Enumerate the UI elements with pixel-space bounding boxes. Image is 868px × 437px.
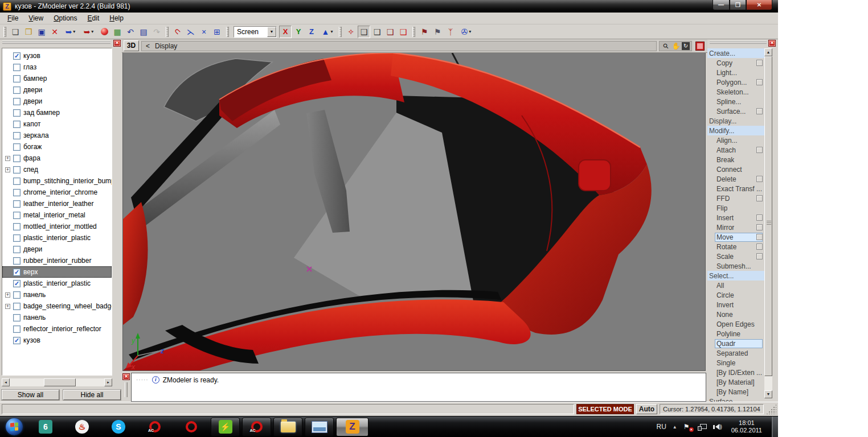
tree-item[interactable]: глаз (2, 61, 112, 73)
material-sphere-icon[interactable] (98, 26, 110, 38)
command-copy[interactable]: Copy (707, 58, 764, 68)
menu-item-edit[interactable]: Edit (83, 13, 105, 23)
command-by-material[interactable]: [By Material] (707, 377, 764, 387)
command-skeleton[interactable]: Skeleton... (707, 87, 764, 97)
clock[interactable]: 18:01 06.02.2011 (731, 419, 762, 434)
start-button[interactable] (6, 418, 23, 435)
breadcrumb[interactable]: < Display (141, 41, 657, 51)
visibility-checkbox[interactable] (13, 200, 21, 208)
action-center-flag-icon[interactable]: ⚑✕ (683, 423, 691, 431)
auto-button[interactable]: Auto (636, 404, 657, 414)
tree-item[interactable]: зад бампер (2, 107, 112, 118)
tray-expand-icon[interactable]: ▲ (673, 424, 677, 430)
command-checkbox[interactable] (756, 108, 763, 114)
visibility-checkbox[interactable] (13, 132, 21, 139)
restore-button[interactable]: ❐ (730, 0, 746, 10)
zmodeler-task-icon-button[interactable]: Z (336, 418, 369, 436)
visibility-checkbox[interactable] (13, 166, 21, 174)
cube-object-icon[interactable]: ❑ (397, 26, 410, 38)
visibility-checkbox[interactable] (13, 325, 21, 333)
axis-y-button[interactable]: Y (292, 26, 305, 38)
message-panel-grip[interactable] (125, 382, 128, 397)
visibility-checkbox[interactable] (13, 98, 21, 105)
minimize-button[interactable]: — (713, 0, 730, 10)
visibility-checkbox[interactable] (13, 178, 21, 185)
expand-icon[interactable]: + (5, 292, 10, 298)
command-quadr[interactable]: Quadr (707, 339, 764, 348)
redo-icon[interactable]: ↷ (150, 26, 163, 38)
command-surface[interactable]: Surface... (707, 106, 764, 116)
orbit-icon[interactable]: ↻ (682, 42, 690, 50)
vertex-edit-icon[interactable]: ✧ (345, 26, 357, 38)
command-checkbox[interactable] (756, 215, 763, 221)
volume-icon[interactable]: )) (713, 424, 722, 430)
qip-icon-button[interactable]: ⚡ (211, 418, 240, 436)
command-light[interactable]: Light... (707, 68, 764, 77)
command-checkbox[interactable] (756, 79, 763, 85)
tree-item[interactable]: metal_interior_metal (2, 209, 112, 221)
menu-item-view[interactable]: View (23, 13, 48, 23)
zmodeler-task-icon[interactable]: Z (346, 420, 359, 434)
dropdown-arrow-icon[interactable]: ▾ (469, 29, 471, 34)
command-separated[interactable]: Separated (707, 348, 764, 358)
command-mirror[interactable]: Mirror (707, 222, 764, 232)
view-3d-button[interactable]: 3D (124, 40, 139, 51)
cube-faces-icon[interactable]: ❑ (384, 26, 396, 38)
icq-icon[interactable]: 6 (39, 420, 52, 434)
visibility-checkbox[interactable]: ✓ (13, 269, 21, 276)
pan-icon[interactable]: ✋ (672, 42, 681, 50)
hide-all-button[interactable]: Hide all (63, 390, 121, 400)
dropdown-arrow-icon[interactable]: ▾ (330, 29, 333, 34)
command-rotate[interactable]: Rotate (707, 242, 764, 252)
import-icon[interactable]: ➥▾ (62, 26, 79, 38)
command-delete[interactable]: Delete (707, 174, 764, 184)
expand-icon[interactable]: + (5, 167, 10, 172)
show-all-button[interactable]: Show all (2, 390, 59, 400)
dropdown-arrow-icon[interactable]: ▼ (267, 27, 276, 37)
tree-item[interactable]: leather_interior_leather (2, 198, 112, 209)
viewport-maximize-button[interactable] (696, 42, 704, 50)
qip-icon[interactable]: ⚡ (219, 420, 232, 434)
dropdown-arrow-icon[interactable]: ▾ (91, 29, 93, 34)
command-by-id-exten[interactable]: [By ID/Exten ... (707, 368, 764, 377)
tree-item[interactable]: ✓кузов (2, 50, 112, 61)
visibility-checkbox[interactable] (13, 64, 21, 71)
visibility-checkbox[interactable] (13, 121, 21, 128)
command-display[interactable]: Display... (707, 116, 764, 126)
tree-item[interactable]: chrome_interior_chrome (2, 187, 112, 198)
opera-ac2-icon[interactable]: AC (251, 421, 263, 432)
tree-item[interactable]: зеркала (2, 130, 112, 141)
command-connect[interactable]: Connect (707, 164, 764, 174)
opera-ac2-icon-button[interactable]: AC (242, 418, 271, 436)
command-modify[interactable]: Modify... (707, 126, 764, 135)
scroll-up-icon[interactable]: ▲ (764, 48, 772, 56)
tree-item[interactable]: бампер (2, 73, 112, 84)
visibility-checkbox[interactable] (13, 257, 21, 265)
cube-edges-icon[interactable]: ❑ (371, 26, 383, 38)
tree-item[interactable]: двери (2, 96, 112, 107)
cube-vertices-icon[interactable]: ❑ (358, 26, 370, 38)
explorer-icon-button[interactable] (273, 418, 302, 436)
tree-item[interactable]: панель (2, 312, 112, 323)
skeleton-person-icon[interactable]: ᛉ (444, 26, 457, 38)
scrollbar-thumb[interactable] (764, 56, 772, 376)
command-break[interactable]: Break (707, 155, 764, 164)
export-icon[interactable]: ➥▾ (80, 26, 97, 38)
command-spline[interactable]: Spline... (707, 97, 764, 106)
visibility-checkbox[interactable] (13, 155, 21, 162)
visibility-checkbox[interactable] (13, 212, 21, 219)
message-panel-close-icon[interactable]: ✕ (122, 373, 130, 380)
menu-item-options[interactable]: Options (48, 13, 82, 23)
resize-grip[interactable] (766, 404, 776, 414)
tree-item[interactable]: двери (2, 84, 112, 96)
network-icon[interactable] (698, 423, 707, 431)
scrollbar-track[interactable] (10, 378, 104, 386)
vertical-scrollbar[interactable]: ▲ ▼ (764, 48, 772, 398)
scroll-left-icon[interactable]: ◂ (2, 378, 10, 386)
tree-item[interactable]: +фара (2, 152, 112, 164)
command-create[interactable]: Create... (707, 48, 764, 58)
tree-item[interactable]: ✓кузов (2, 335, 112, 346)
command-none[interactable]: None (707, 310, 764, 319)
scrollbar-thumb[interactable] (44, 378, 76, 386)
command-polyline[interactable]: Polyline (707, 329, 764, 339)
